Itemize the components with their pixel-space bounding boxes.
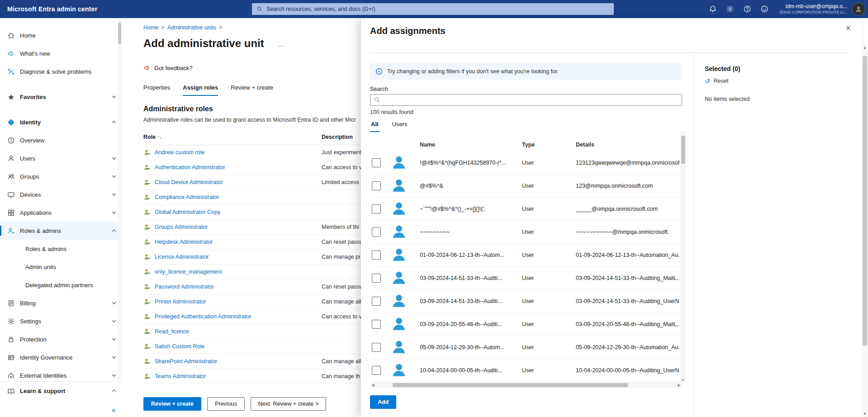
role-link[interactable]: Password Administrator (155, 284, 214, 290)
role-link[interactable]: Cloud Device Administrator (155, 179, 223, 185)
row-checkbox[interactable] (372, 297, 381, 306)
sidebar-item-admin-units[interactable]: Admin units (0, 258, 122, 276)
reset-button[interactable]: ↺ Reset (705, 78, 862, 84)
role-link[interactable]: Read_licence (155, 328, 189, 335)
assignment-name[interactable]: 10-04-2024-00-00-05-th--Auditi... (420, 367, 522, 374)
row-checkbox[interactable] (372, 320, 381, 329)
list-vertical-scrollbar[interactable]: ▼ (680, 131, 686, 383)
sidebar-item-identity-governance[interactable]: Identity Governance (0, 348, 122, 366)
row-checkbox[interactable] (372, 251, 381, 260)
scroll-right-arrow[interactable]: ▶ (676, 382, 682, 388)
sidebar-item-devices[interactable]: Devices (0, 185, 122, 204)
page-scrollbar[interactable]: ▲ ▼ (862, 44, 868, 417)
role-link[interactable]: Helpdesk Administrator (155, 239, 213, 245)
column-header-details[interactable]: Details (576, 142, 679, 148)
portal-settings-button[interactable] (721, 0, 739, 18)
row-checkbox[interactable] (372, 158, 381, 167)
tab-assign-roles[interactable]: Assign roles (183, 84, 218, 96)
feedback-button[interactable] (756, 0, 773, 18)
role-link[interactable]: SharePoint Administrator (155, 358, 217, 365)
sidebar-item-overview[interactable]: Overview (0, 131, 122, 149)
sidebar-item-applications[interactable]: Applications (0, 204, 122, 222)
sidebar-item-settings[interactable]: Settings (0, 312, 122, 330)
sidebar-item-roles-admins[interactable]: Roles & admins (0, 222, 122, 240)
scroll-up-arrow[interactable]: ▲ (862, 44, 868, 51)
assignment-name[interactable]: 03-09-2024-14-51-33-th--Auditi... (420, 298, 522, 304)
row-checkbox[interactable] (372, 227, 381, 237)
role-link[interactable]: Printer Administrator (155, 299, 206, 305)
row-checkbox[interactable] (372, 181, 381, 190)
column-header-role[interactable]: Role↑↓ (143, 134, 322, 140)
tab-review-create[interactable]: Review + create (231, 84, 273, 96)
assignment-name[interactable]: 03-09-2024-20-55-46-th--Auditi... (420, 321, 522, 327)
assignment-name[interactable]: !@#$%^&*(hgFGH143258970-(*... (420, 160, 522, 166)
assignment-name[interactable]: ~`""'!@#$%^&*()_-+=[]{}\|'; (420, 206, 522, 212)
row-checkbox[interactable] (372, 274, 381, 283)
review-create-button[interactable]: Review + create (143, 397, 201, 411)
scroll-down-arrow[interactable]: ▼ (862, 411, 868, 417)
role-link[interactable]: Andrew custom role (155, 149, 204, 156)
sidebar-group-identity[interactable]: Identity (0, 113, 122, 131)
scroll-left-arrow[interactable]: ◀ (370, 382, 376, 388)
sidebar-item-billing[interactable]: Billing (0, 294, 122, 312)
sidebar-group-learn-support[interactable]: Learn & support (0, 382, 122, 400)
role-link[interactable]: Groups Administrator (155, 224, 208, 230)
sidebar-item-label: Diagnose & solve problems (20, 68, 117, 75)
role-link[interactable]: Privileged Authentication Administrator (155, 313, 251, 320)
next-review-create-button[interactable]: Next: Review + create > (251, 397, 326, 411)
role-link[interactable]: Global Administrator Copy (155, 209, 220, 215)
tab-properties[interactable]: Properties (143, 84, 170, 96)
help-button[interactable] (739, 0, 756, 18)
role-link[interactable]: License Administrator (155, 254, 209, 260)
assignment-name[interactable]: 05-09-2024-12-29-30-th--Autom... (420, 344, 522, 351)
role-link[interactable]: Authentication Administrator (155, 164, 225, 171)
sidebar-item-delegated-admin-partners[interactable]: Delegated admin partners (0, 276, 122, 294)
horizontal-scrollbar[interactable]: ◀ ▶ (370, 382, 682, 388)
sidebar-item-groups[interactable]: Groups (0, 167, 122, 185)
tab-all[interactable]: All (370, 118, 379, 132)
global-search-input[interactable]: Search resources, services, and docs (G+… (252, 3, 614, 15)
column-header-type[interactable]: Type (522, 142, 576, 148)
column-header-name[interactable]: Name (420, 142, 522, 148)
sidebar-item-label: Groups (20, 173, 111, 180)
previous-button[interactable]: Previous (207, 397, 245, 411)
page-scrollbar-thumb[interactable] (863, 56, 867, 346)
results-count: 100 results found (370, 109, 682, 115)
assignments-search-input[interactable] (370, 94, 682, 106)
breadcrumb-administrative-units[interactable]: Administrative units (167, 24, 216, 31)
vertical-scrollbar-thumb[interactable] (681, 136, 685, 164)
sidebar-item-home[interactable]: Home (0, 26, 122, 44)
breadcrumb-home[interactable]: Home (143, 24, 158, 31)
sidebar-item-whats-new[interactable]: What's new (0, 44, 122, 62)
assignment-name[interactable]: 01-09-2024-06-12-13-th--Autom... (420, 252, 522, 258)
row-checkbox[interactable] (372, 366, 381, 375)
assignment-name[interactable]: 03-09-2024-14-51-33-th--Auditi... (420, 275, 522, 281)
sidebar-item-diagnose[interactable]: Diagnose & solve problems (0, 62, 122, 81)
sidebar-item-protection[interactable]: Protection (0, 330, 122, 348)
list-item: 03-09-2024-20-55-46-th--Auditi... User 0… (370, 313, 682, 336)
role-link[interactable]: Teams Administrator (155, 373, 206, 379)
sidebar-scrollbar[interactable] (118, 19, 122, 381)
title-ellipsis-menu[interactable]: … (278, 40, 285, 50)
sidebar-item-users[interactable]: Users (0, 149, 122, 167)
close-icon[interactable]: × (845, 24, 851, 33)
tab-users[interactable]: Users (391, 118, 408, 132)
scroll-down-arrow[interactable]: ▼ (680, 377, 686, 383)
role-link[interactable]: Compliance Administrator (155, 194, 219, 200)
sidebar-collapse-button[interactable]: « (112, 406, 116, 414)
sidebar-group-favorites[interactable]: Favorites (0, 88, 122, 106)
row-checkbox[interactable] (372, 204, 381, 213)
assignment-name[interactable]: @#$%^& (420, 183, 522, 189)
account-info[interactable]: idm-mb-user@ompqa.o... ZOHO CORPORATION … (779, 3, 847, 15)
app-title[interactable]: Microsoft Entra admin center (7, 0, 97, 18)
groups-icon (7, 173, 15, 180)
role-link[interactable]: only_licence_management (155, 269, 222, 275)
sidebar-item-roles-admins-sub[interactable]: Roles & admins (0, 240, 122, 258)
notifications-button[interactable] (704, 0, 721, 18)
role-link[interactable]: Satish Custom Role (155, 343, 204, 350)
horizontal-scrollbar-thumb[interactable] (393, 383, 628, 387)
assignment-name[interactable]: ~~~~~~~~~ (420, 229, 522, 235)
avatar[interactable] (852, 2, 865, 16)
add-button[interactable]: Add (370, 395, 396, 409)
row-checkbox[interactable] (372, 343, 381, 352)
